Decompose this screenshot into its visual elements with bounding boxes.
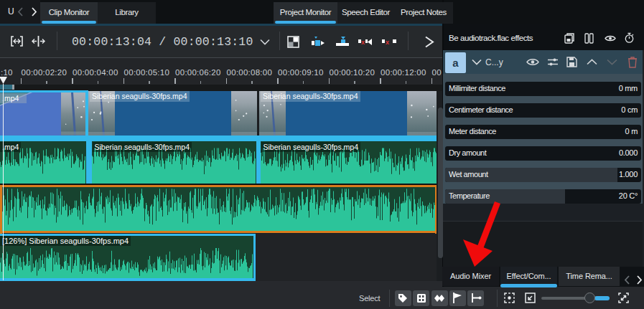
svg-text:x: x: [386, 39, 389, 46]
svg-text:x: x: [361, 39, 365, 46]
